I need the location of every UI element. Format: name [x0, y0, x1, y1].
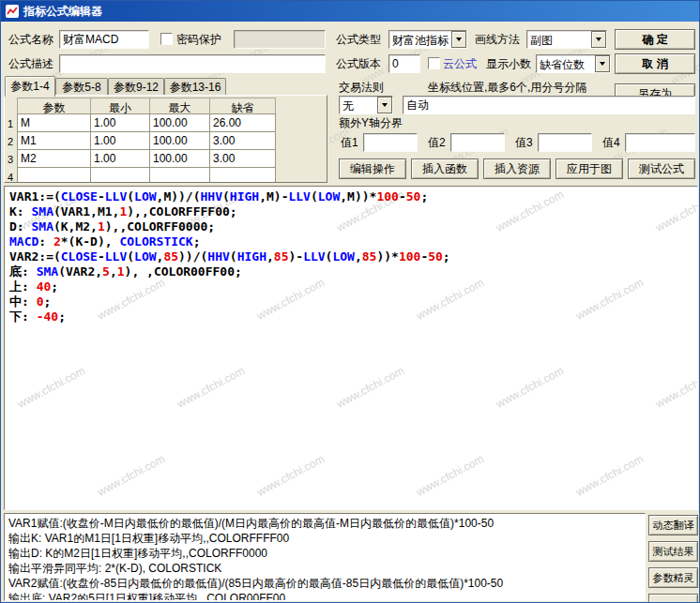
formula-type-value: 财富池指标 [389, 31, 451, 48]
param-max-cell[interactable] [149, 131, 210, 150]
y-value-4-label: 值4 [602, 137, 620, 149]
chevron-down-icon[interactable] [451, 31, 466, 48]
formula-desc-label: 公式描述 [8, 58, 53, 70]
tab-label: 参数9-12 [114, 80, 159, 96]
cloud-formula-checkbox[interactable] [428, 57, 440, 69]
window-title: 指标公式编辑器 [23, 4, 102, 20]
y-value-3-label: 值3 [515, 137, 533, 149]
draw-method-label: 画线方法 [475, 34, 520, 46]
param-col-header: 最小 [90, 98, 150, 114]
trade-rule-value: 无 [340, 97, 377, 113]
chevron-down-icon[interactable] [591, 31, 606, 48]
translation-line: 输出底: VAR2的5日[1日权重]移动平均, ,COLOR00FF00 [8, 591, 641, 601]
param-default-cell[interactable] [209, 167, 276, 183]
tab-label: 参数13-16 [170, 80, 221, 96]
y-value-2-input[interactable] [450, 133, 505, 152]
translation-line: VAR2赋值:(收盘价-85日内最低价的最低值)/(85日内最高价的最高值-85… [8, 576, 641, 591]
extra-y-axis-label: 额外Y轴分界 [339, 117, 403, 129]
formula-editor-window: www.cfchi.comwww.cfchi.comwww.cfchi.comw… [0, 0, 700, 603]
insert-resource-button[interactable]: 插入资源 [483, 158, 551, 179]
translation-line: 输出平滑异同平均: 2*(K-D), COLORSTICK [8, 561, 641, 576]
param-default-cell[interactable] [209, 149, 276, 168]
formula-desc-input[interactable] [59, 54, 326, 73]
param-max-cell[interactable] [149, 113, 210, 132]
cloud-formula-label: 云公式 [443, 58, 477, 70]
param-name-cell[interactable] [17, 149, 91, 168]
parameter-wizard-button[interactable]: 参数精灵 [648, 567, 698, 588]
ok-button[interactable]: 确 定 [615, 29, 695, 50]
param-default-cell[interactable] [209, 113, 276, 132]
test-result-button[interactable]: 测试结果 [648, 541, 698, 562]
formula-version-label: 公式版本 [336, 58, 381, 70]
param-min-cell[interactable] [90, 131, 150, 150]
chevron-down-icon[interactable] [595, 55, 610, 72]
y-value-1-input[interactable] [363, 133, 418, 152]
param-col-header: 最大 [149, 98, 210, 114]
translation-line: 输出D: K的M2日[1日权重]移动平均,,COLORFF0000 [8, 546, 641, 561]
decimal-display-label: 显示小数 [486, 58, 531, 70]
decimal-display-select[interactable]: 缺省位数 [536, 54, 611, 73]
tab-params-1-4[interactable]: 参数1-4 [5, 76, 55, 97]
param-min-cell[interactable] [90, 149, 150, 168]
param-default-cell[interactable] [209, 131, 276, 150]
formula-type-label: 公式类型 [336, 34, 381, 46]
param-name-cell[interactable] [17, 167, 91, 183]
param-col-header: 缺省 [209, 98, 276, 114]
parameter-table-pane: 参数 最小 最大 缺省 1 2 3 4 [4, 95, 327, 183]
draw-method-select[interactable]: 副图 [526, 30, 607, 49]
param-min-cell[interactable] [90, 167, 150, 183]
decimal-display-value: 缺省位数 [537, 55, 595, 72]
apply-to-chart-button[interactable]: 应用于图 [555, 158, 623, 179]
tab-params-9-12[interactable]: 参数9-12 [108, 78, 164, 96]
code-editor[interactable]: www.cfchi.comwww.cfchi.comwww.cfchi.comw… [4, 186, 698, 510]
dynamic-translate-button[interactable]: 动态翻译 [648, 515, 698, 535]
translation-line: VAR1赋值:(收盘价-M日内最低价的最低值)/(M日内最高价的最高值-M日内最… [8, 516, 641, 531]
password-input[interactable] [234, 30, 326, 49]
app-icon[interactable] [6, 5, 19, 18]
password-protect-checkbox[interactable] [160, 33, 173, 45]
param-name-cell[interactable] [17, 131, 91, 150]
test-formula-button[interactable]: 测试公式 [628, 158, 695, 179]
password-protect-label: 密码保护 [176, 34, 221, 46]
param-row-number: 1 [8, 118, 13, 129]
title-bar[interactable]: 指标公式编辑器 [1, 1, 699, 22]
translation-panel: VAR1赋值:(收盘价-M日内最低价的最低值)/(M日内最高价的最高值-M日内最… [4, 513, 646, 601]
chevron-down-icon[interactable] [377, 97, 392, 113]
param-max-cell[interactable] [149, 167, 210, 183]
formula-type-select[interactable]: 财富池指标 [388, 30, 467, 49]
param-name-cell[interactable] [17, 113, 91, 132]
draw-method-value: 副图 [527, 31, 591, 48]
insert-function-button[interactable]: 插入函数 [411, 158, 479, 179]
edit-operations-button[interactable]: 编辑操作 [339, 158, 406, 179]
param-max-cell[interactable] [149, 149, 210, 168]
trade-rule-select[interactable]: 无 [339, 96, 393, 114]
tab-label: 参数5-8 [62, 80, 100, 96]
trade-rule-label: 交易法则 [339, 82, 384, 94]
formula-name-label: 公式名称 [8, 34, 53, 46]
translation-line: 输出K: VAR1的M1日[1日权重]移动平均,,COLORFFFF00 [8, 531, 641, 546]
code-lines: VAR1:=(CLOSE-LLV(LOW,M))/(HHV(HIGH,M)-LL… [9, 189, 692, 324]
y-value-2-label: 值2 [428, 137, 446, 149]
param-min-cell[interactable] [90, 113, 150, 132]
tab-params-5-8[interactable]: 参数5-8 [55, 78, 108, 96]
param-col-header: 参数 [17, 98, 91, 114]
param-row-number: 4 [8, 172, 13, 183]
param-row-number: 2 [8, 136, 13, 147]
formula-version-input[interactable] [388, 54, 420, 73]
formula-name-input[interactable] [59, 30, 149, 49]
param-row-number: 3 [8, 154, 13, 165]
y-value-4-input[interactable] [625, 133, 695, 152]
tab-label: 参数1-4 [10, 79, 49, 95]
tab-params-13-16[interactable]: 参数13-16 [164, 78, 226, 96]
y-value-3-input[interactable] [538, 133, 592, 152]
y-value-1-label: 值1 [341, 137, 358, 149]
coord-position-label: 坐标线位置,最多6个,用分号分隔 [428, 82, 586, 94]
extra-side-button[interactable] [648, 594, 698, 603]
cancel-button[interactable]: 取 消 [615, 53, 695, 74]
coord-position-input[interactable] [403, 96, 695, 114]
